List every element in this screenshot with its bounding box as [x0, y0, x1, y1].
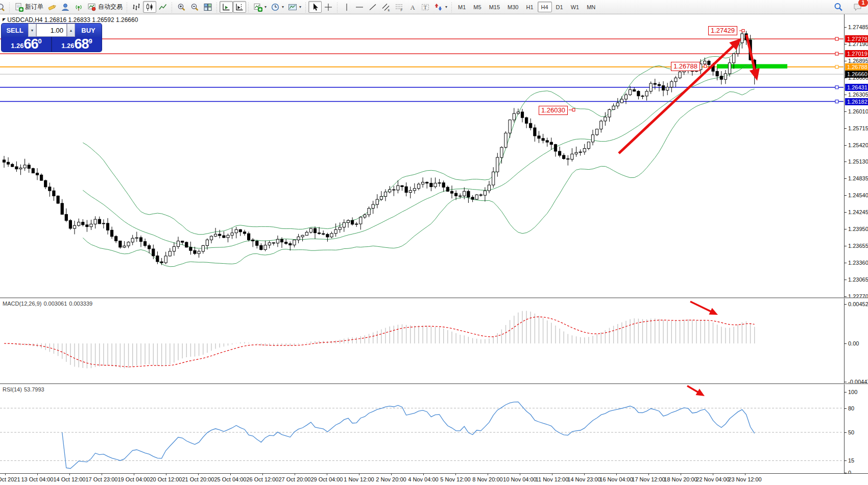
- macd-axis[interactable]: 0.0045240.00-0.00447: [844, 298, 868, 383]
- sell-button[interactable]: SELL: [2, 24, 28, 37]
- timeframe-H4[interactable]: H4: [538, 2, 552, 12]
- price-badge: 1.26660: [845, 71, 868, 78]
- signals-button[interactable]: [72, 1, 85, 13]
- axis-tick-label: 100: [848, 389, 857, 395]
- time-tick-mark: [681, 474, 681, 475]
- horizontal-line-button[interactable]: [353, 1, 366, 13]
- timeframe-M5[interactable]: M5: [470, 2, 485, 12]
- axis-tick-mark: [845, 229, 847, 229]
- axis-tick-label: 1.23950: [848, 226, 868, 232]
- cursor-button[interactable]: [308, 1, 322, 13]
- autotrading-icon: [87, 3, 97, 12]
- time-tick-mark: [745, 474, 745, 475]
- macd-chart[interactable]: [0, 298, 844, 383]
- timeframe-D1[interactable]: D1: [552, 2, 567, 12]
- zoom-out-button[interactable]: [188, 1, 201, 13]
- zoom-out-icon: [190, 3, 199, 12]
- candlestick-chart[interactable]: [0, 14, 844, 297]
- mt4-window: 新订单 自动交易: [0, 0, 868, 485]
- crosshair-button[interactable]: [322, 1, 335, 13]
- new-order-button[interactable]: 新订单: [12, 1, 45, 13]
- timeframe-W1[interactable]: W1: [567, 2, 583, 12]
- chart-shift-icon: [235, 3, 244, 12]
- timeframe-M30[interactable]: M30: [504, 2, 522, 12]
- price-badge: 1.26182: [845, 98, 868, 105]
- axis-tick-mark: [845, 195, 847, 196]
- axis-tick-label: 1.23360: [848, 260, 868, 266]
- fibonacci-button[interactable]: F: [393, 1, 406, 13]
- notification-badge: 1: [858, 0, 868, 7]
- volume-decrease-button[interactable]: ▼: [28, 24, 36, 37]
- rsi-chart[interactable]: [0, 384, 844, 473]
- volume-increase-button[interactable]: ▲: [67, 24, 75, 37]
- text-button[interactable]: A: [406, 1, 419, 13]
- rsi-label: RSI(14)53.7993: [3, 386, 46, 392]
- timeframe-MN[interactable]: MN: [583, 2, 599, 12]
- zoom-in-button[interactable]: [175, 1, 188, 13]
- time-tick-mark: [584, 474, 585, 475]
- bar-chart-button[interactable]: [130, 1, 143, 13]
- axis-tick-label: 1.24245: [848, 209, 868, 215]
- vertical-line-button[interactable]: [340, 1, 353, 13]
- time-tick-mark: [391, 474, 392, 475]
- timeframe-M1[interactable]: M1: [454, 2, 469, 12]
- axis-tick-mark: [845, 27, 847, 28]
- time-tick-mark: [230, 474, 231, 475]
- add-indicator-button[interactable]: ▾: [251, 1, 269, 13]
- profile-button[interactable]: [59, 1, 72, 13]
- search-button[interactable]: [831, 1, 846, 13]
- toolbar: 新订单 自动交易: [0, 0, 868, 14]
- trendline-button[interactable]: [366, 1, 379, 13]
- bar-chart-icon: [132, 3, 141, 12]
- toolbar-separator: [304, 2, 307, 13]
- price-tag-support[interactable]: 1.26788: [671, 62, 700, 71]
- chart-ohlc-title: ◤USDCAD,H4 1.26816 1.26833 1.26592 1.266…: [3, 16, 138, 24]
- time-tick-mark: [262, 474, 263, 475]
- time-axis[interactable]: 11 Oct 202113 Oct 04:0014 Oct 12:0017 Oc…: [0, 473, 868, 485]
- search-icon: [833, 2, 843, 12]
- rsi-panel[interactable]: RSI(14)53.7993 1008050150: [0, 383, 868, 473]
- equidistant-channel-button[interactable]: E: [379, 1, 393, 13]
- price-tag-peak[interactable]: 1.27429: [708, 26, 737, 35]
- price-tag-low[interactable]: 1.26030: [539, 106, 568, 115]
- axis-tick-label: 1.24540: [848, 192, 868, 198]
- templates-button[interactable]: ▾: [286, 1, 303, 13]
- svg-text:T: T: [424, 4, 427, 10]
- axis-tick-mark: [845, 61, 847, 61]
- axis-tick-label: 50: [848, 429, 854, 435]
- auto-scroll-button[interactable]: [220, 1, 233, 13]
- timeframe-H1[interactable]: H1: [522, 2, 537, 12]
- time-tick-mark: [455, 474, 456, 475]
- crosshair-style-button[interactable]: [45, 1, 59, 13]
- notifications-button[interactable]: 1: [851, 1, 865, 13]
- line-chart-button[interactable]: [156, 1, 170, 13]
- time-tick-mark: [102, 474, 102, 475]
- time-tick-mark: [520, 474, 520, 475]
- axis-tick-mark: [845, 343, 847, 344]
- autotrading-button[interactable]: 自动交易: [85, 1, 125, 13]
- volume-input[interactable]: 1.00: [36, 24, 67, 37]
- candlestick-chart-button[interactable]: [143, 1, 156, 13]
- clipped-toolbar-icon[interactable]: [0, 1, 7, 13]
- time-tick-mark: [327, 474, 327, 475]
- crayon-icon: [47, 3, 57, 12]
- axis-tick-mark: [845, 95, 847, 95]
- rsi-axis[interactable]: 1008050150: [844, 384, 868, 473]
- buy-button[interactable]: BUY: [75, 24, 102, 37]
- periods-button[interactable]: ▾: [269, 1, 286, 13]
- time-tick-mark: [198, 474, 199, 475]
- new-order-label: 新订单: [25, 3, 43, 11]
- axis-tick-label: 1.27485: [848, 24, 868, 30]
- main-chart-panel[interactable]: ◤USDCAD,H4 1.26816 1.26833 1.26592 1.266…: [0, 14, 868, 297]
- chart-shift-button[interactable]: [233, 1, 246, 13]
- timeframe-M15[interactable]: M15: [486, 2, 503, 12]
- macd-panel[interactable]: MACD(12,26,9)0.0030610.003339 0.0045240.…: [0, 297, 868, 383]
- buy-price[interactable]: 1.26 68 9: [52, 37, 102, 52]
- new-order-icon: [14, 3, 23, 12]
- text-label-button[interactable]: T: [419, 1, 432, 13]
- axis-tick-mark: [845, 392, 847, 392]
- price-axis[interactable]: 1.274851.271901.268951.266001.263051.260…: [844, 14, 868, 297]
- sell-price[interactable]: 1.26 66 0: [2, 37, 51, 52]
- tile-windows-button[interactable]: [201, 1, 214, 13]
- arrows-button[interactable]: ▾: [432, 1, 449, 13]
